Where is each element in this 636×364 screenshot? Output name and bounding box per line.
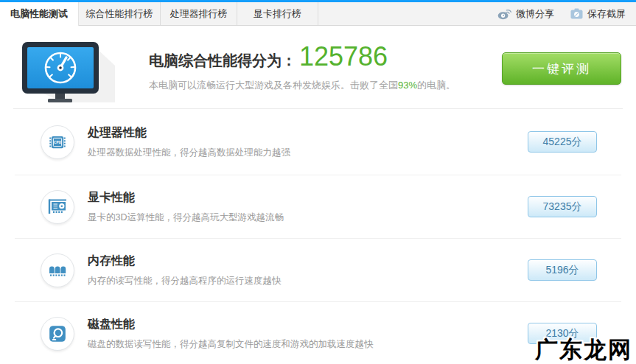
cpu-icon: CPU [41, 125, 74, 159]
tab-overall-ranking[interactable]: 综合性能排行榜 [79, 2, 161, 25]
benchmark-list: CPU 处理器性能 处理器数据处理性能，得分越高数据处理能力越强 45225分 [0, 109, 636, 364]
overall-score-section: 电脑综合性能得分为： 125786 本电脑可以流畅运行大型游戏及各种发烧娱乐。击… [0, 26, 636, 108]
row-desc-gpu: 显卡的3D运算性能，得分越高玩大型游戏越流畅 [88, 211, 284, 224]
disk-icon [41, 317, 74, 351]
table-row-cpu: CPU 处理器性能 处理器数据处理性能，得分越高数据处理能力越强 45225分 [15, 109, 621, 175]
weibo-share-label: 微博分享 [516, 7, 554, 21]
weibo-share-button[interactable]: 微博分享 [489, 2, 562, 25]
camera-icon [570, 8, 583, 19]
description-prefix: 本电脑可以流畅运行大型游戏及各种发烧娱乐。击败了全国 [149, 80, 398, 91]
table-row-gpu: 显卡性能 显卡的3D运算性能，得分越高玩大型游戏越流畅 73235分 [15, 175, 621, 238]
site-watermark: 广东龙网 [535, 335, 632, 364]
one-click-benchmark-button[interactable]: 一键评测 [502, 52, 621, 85]
row-desc-cpu: 处理器数据处理性能，得分越高数据处理能力越强 [88, 147, 290, 159]
table-row-memory: 内存性能 内存的读写性能，得分越高程序的运行速度越快 5196分 [15, 238, 621, 301]
save-screenshot-button[interactable]: 保存截屏 [562, 2, 636, 25]
cpu-score-badge[interactable]: 45225分 [528, 131, 597, 153]
ram-icon [41, 253, 74, 287]
description-suffix: 的电脑。 [417, 80, 455, 91]
row-title-memory: 内存性能 [88, 253, 282, 269]
svg-text:CPU: CPU [54, 140, 61, 144]
table-row-disk: 磁盘性能 磁盘的数据读写性能，得分越高复制文件的速度和游戏的加载速度越快 213… [15, 301, 621, 364]
row-title-disk: 磁盘性能 [88, 317, 374, 332]
tab-pc-performance-test[interactable]: 电脑性能测试 [0, 2, 79, 26]
overall-score-description: 本电脑可以流畅运行大型游戏及各种发烧娱乐。击败了全国93%的电脑。 [149, 79, 455, 92]
row-title-gpu: 显卡性能 [88, 190, 284, 206]
memory-score-badge[interactable]: 5196分 [528, 259, 597, 281]
tab-cpu-ranking[interactable]: 处理器排行榜 [161, 2, 237, 25]
tab-gpu-ranking[interactable]: 显卡排行榜 [237, 2, 318, 25]
overall-score-value: 125786 [299, 43, 388, 70]
row-title-cpu: 处理器性能 [88, 125, 290, 141]
tab-bar-spacer [318, 2, 489, 25]
tab-bar: 电脑性能测试 综合性能排行榜 处理器排行榜 显卡排行榜 微博分享 保存截屏 [0, 2, 636, 26]
gpu-score-badge[interactable]: 73235分 [528, 196, 597, 217]
row-desc-memory: 内存的读写性能，得分越高程序的运行速度越快 [88, 275, 282, 287]
overall-score-label: 电脑综合性能得分为： [149, 51, 296, 71]
gpu-icon [41, 190, 74, 224]
weibo-icon [497, 8, 511, 20]
save-screenshot-label: 保存截屏 [587, 7, 626, 21]
beat-percent-value: 93% [398, 80, 417, 91]
row-desc-disk: 磁盘的数据读写性能，得分越高复制文件的速度和游戏的加载速度越快 [88, 338, 374, 351]
monitor-gauge-icon [21, 41, 115, 102]
